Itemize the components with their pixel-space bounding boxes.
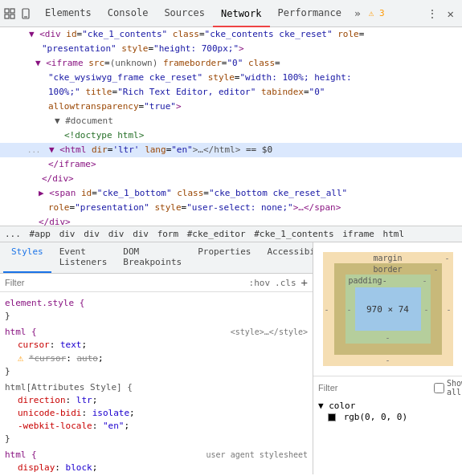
tab-network[interactable]: Network <box>213 0 270 27</box>
content-dimensions: 970 × 74 <box>366 304 409 315</box>
html-line: </iframe> <box>0 157 462 172</box>
breadcrumb-item[interactable]: #app <box>30 229 51 239</box>
warning-icon: ⚠ <box>18 352 23 364</box>
tab-sources[interactable]: Sources <box>156 0 213 27</box>
tab-console[interactable]: Console <box>100 0 157 27</box>
svg-rect-0 <box>5 9 9 13</box>
breadcrumb-item[interactable]: form <box>157 229 179 239</box>
devtools-tab-bar: Elements Console Sources Network Perform… <box>0 0 462 27</box>
show-all-checkbox[interactable] <box>434 383 444 393</box>
css-selector: html[Attributes Style] { <box>5 381 308 394</box>
sub-tabs: Styles Event Listeners DOM Breakpoints P… <box>0 242 313 274</box>
cls-filter[interactable]: .cls <box>275 278 296 288</box>
css-property: unicode-bidi: isolate; <box>5 407 308 420</box>
breadcrumb-item[interactable]: div <box>84 229 100 239</box>
bm-filter-input[interactable] <box>318 383 429 393</box>
color-value: rgb(0, 0, 0) <box>344 412 407 422</box>
menu-dots[interactable]: ⋮ <box>422 4 443 23</box>
warning-badge: ⚠ 3 <box>369 8 385 18</box>
margin-left: - <box>325 305 329 314</box>
breadcrumb: ... #app div div div div form #cke_edito… <box>0 226 462 242</box>
css-source: <style>…</style> <box>231 326 308 339</box>
css-close-brace: } <box>5 365 308 378</box>
css-close-brace: } <box>5 310 308 323</box>
css-selector: html { <box>5 327 37 337</box>
css-rule: html { user agent stylesheet display: bl… <box>0 447 313 474</box>
styles-panel: Styles Event Listeners DOM Breakpoints P… <box>0 242 313 474</box>
box-model-panel: margin - - - - border - padding- - - - <box>313 242 462 474</box>
breadcrumb-item[interactable]: ... <box>5 229 21 239</box>
padding-top: - <box>422 276 427 285</box>
tab-accessibility[interactable]: Accessibility <box>259 242 313 273</box>
tab-properties[interactable]: Properties <box>190 242 259 273</box>
tab-performance[interactable]: Performance <box>270 0 350 27</box>
css-rule: html[Attributes Style] { direction: ltr;… <box>0 380 313 447</box>
filter-bar: :hov .cls + <box>0 274 313 292</box>
add-style-button[interactable]: + <box>301 276 308 289</box>
css-property: ⚠ *cursor: auto; <box>5 352 308 365</box>
html-line: ▶ <span id="cke_1_bottom" class="cke_bot… <box>0 186 462 201</box>
css-rules: element.style { } html { <style>…</style… <box>0 292 313 474</box>
breadcrumb-item[interactable] <box>22 229 28 239</box>
css-property: -webkit-locale: "en"; <box>5 420 308 433</box>
border-label: border <box>373 265 402 274</box>
inspect-icon[interactable] <box>3 7 16 20</box>
html-line: </div> <box>0 215 462 226</box>
content-box: 970 × 74 <box>355 287 421 331</box>
color-section: ▼ color rgb(0, 0, 0) <box>313 399 462 425</box>
breadcrumb-item[interactable]: div <box>133 229 149 239</box>
breadcrumb-item[interactable]: html <box>383 229 405 239</box>
tab-elements[interactable]: Elements <box>37 0 100 27</box>
bottom-area: Styles Event Listeners DOM Breakpoints P… <box>0 242 462 474</box>
more-tabs-button[interactable]: » <box>350 4 366 22</box>
svg-rect-1 <box>10 9 14 13</box>
html-panel: ▼ <div id="cke_1_contents" class="cke_co… <box>0 27 462 226</box>
tab-event-listeners[interactable]: Event Listeners <box>51 242 116 273</box>
border-dash: - <box>433 265 438 274</box>
color-section-toggle[interactable]: ▼ color <box>318 401 457 411</box>
css-rule: element.style { } <box>0 295 313 324</box>
box-model-container: margin - - - - border - padding- - - - <box>313 242 462 376</box>
show-all-checkbox-area: Show all <box>434 379 462 397</box>
close-devtools[interactable]: ✕ <box>443 4 459 23</box>
html-line: 100%;" title="Rich Text Editor, editor" … <box>0 85 462 100</box>
color-value-row: rgb(0, 0, 0) <box>318 411 457 423</box>
html-line: ▼ <iframe src=(unknown) frameborder="0" … <box>0 56 462 71</box>
margin-top: - <box>444 254 449 262</box>
css-source: user agent stylesheet <box>206 449 308 462</box>
padding-right: - <box>423 305 428 314</box>
margin-bottom: - <box>385 356 390 364</box>
css-close-brace: } <box>5 433 308 445</box>
css-property: display: block; <box>5 462 308 474</box>
show-all-label: Show all <box>447 379 462 397</box>
hov-filter[interactable]: :hov <box>249 278 271 288</box>
color-swatch[interactable] <box>328 413 336 421</box>
svg-rect-2 <box>5 14 9 18</box>
mobile-icon[interactable] <box>19 7 32 20</box>
css-selector-line: html { user agent stylesheet <box>5 449 308 462</box>
breadcrumb-item[interactable]: iframe <box>342 229 374 239</box>
html-line: <!doctype html> <box>0 128 462 143</box>
html-line: allowtransparency="true"> <box>0 100 462 114</box>
tab-icons <box>3 7 32 20</box>
padding-left: - <box>347 305 352 314</box>
breadcrumb-item[interactable]: #cke_editor <box>187 229 246 239</box>
html-line: </div> <box>0 172 462 186</box>
breadcrumb-item[interactable]: div <box>108 229 125 239</box>
html-line: ▼ <div id="cke_1_contents" class="cke_co… <box>0 27 462 42</box>
css-rule: html { <style>…</style> cursor: text; ⚠ … <box>0 324 313 380</box>
bm-filter-bar: Show all <box>313 376 462 399</box>
box-model-visual: margin - - - - border - padding- - - - <box>323 252 453 366</box>
padding-label: padding- <box>349 276 387 285</box>
css-selector-line: html { <style>…</style> <box>5 326 308 339</box>
breadcrumb-item[interactable]: div <box>59 229 76 239</box>
css-property: cursor: text; <box>5 339 308 352</box>
html-line-selected[interactable]: ... ▼ <html dir='ltr' lang="en">…</html>… <box>0 143 462 157</box>
css-selector: element.style { <box>5 297 308 310</box>
breadcrumb-item[interactable]: #cke_1_contents <box>254 229 333 239</box>
style-filter-input[interactable] <box>5 278 244 287</box>
tab-styles[interactable]: Styles <box>3 242 51 273</box>
tab-dom-breakpoints[interactable]: DOM Breakpoints <box>115 242 190 273</box>
html-line: role="presentation" style="user-select: … <box>0 201 462 215</box>
html-line: ▼ #document <box>0 114 462 128</box>
